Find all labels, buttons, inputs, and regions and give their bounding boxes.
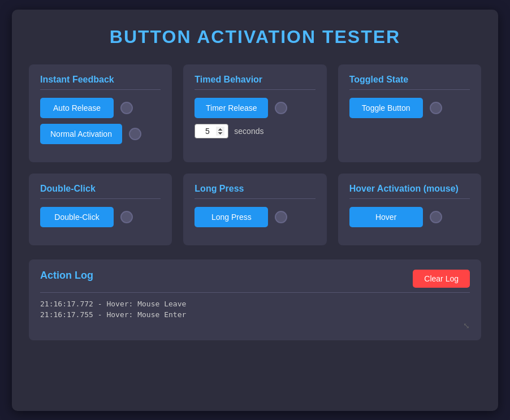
timer-release-indicator [275, 102, 287, 114]
app-title: BUTTON ACTIVATION TESTER [29, 27, 481, 47]
log-entries: 21:16:17.772 - Hover: Mouse Leave 21:16:… [40, 300, 470, 319]
btn-row-toggle: Toggle Button [349, 98, 470, 118]
clear-log-button[interactable]: Clear Log [413, 270, 470, 288]
timer-label: seconds [234, 127, 263, 136]
section-title-instant: Instant Feedback [40, 75, 161, 85]
long-press-indicator [275, 211, 287, 223]
log-title-wrapper: Action Log [40, 270, 93, 282]
btn-row-timer-release: Timer Release [195, 98, 315, 118]
btn-row-normal-activation: Normal Activation [40, 124, 161, 144]
section-divider [195, 198, 315, 199]
auto-release-indicator [120, 102, 133, 114]
log-entry-1: 21:16:17.772 - Hover: Mouse Leave [40, 300, 470, 308]
toggle-indicator [430, 102, 442, 114]
normal-activation-indicator [129, 128, 141, 140]
resize-icon: ⤡ [463, 321, 470, 330]
section-long-press: Long Press Long Press [183, 174, 326, 245]
log-divider [40, 292, 470, 293]
btn-row-long-press: Long Press [195, 207, 315, 227]
btn-row-hover: Hover [349, 207, 470, 227]
hover-button[interactable]: Hover [349, 207, 423, 227]
section-timed-behavior: Timed Behavior Timer Release seconds [183, 64, 326, 162]
section-hover-activation: Hover Activation (mouse) Hover [338, 174, 481, 245]
action-log-section: Action Log Clear Log 21:16:17.772 - Hove… [29, 259, 481, 340]
resize-handle: ⤡ [40, 321, 470, 330]
auto-release-button[interactable]: Auto Release [40, 98, 114, 118]
log-entry-2: 21:16:17.755 - Hover: Mouse Enter [40, 310, 470, 319]
section-divider [349, 198, 470, 199]
section-divider [40, 198, 161, 199]
timer-seconds-input[interactable] [195, 124, 228, 138]
section-double-click: Double-Click Double-Click [29, 174, 172, 245]
normal-activation-button[interactable]: Normal Activation [40, 124, 122, 144]
section-divider [195, 89, 315, 90]
section-title-double-click: Double-Click [40, 184, 161, 194]
section-title-timed: Timed Behavior [195, 75, 315, 85]
section-title-long-press: Long Press [195, 184, 315, 194]
section-title-toggled: Toggled State [349, 75, 470, 85]
timer-release-button[interactable]: Timer Release [195, 98, 268, 118]
log-header: Action Log Clear Log [40, 270, 470, 288]
double-click-button[interactable]: Double-Click [40, 207, 114, 227]
section-divider [349, 89, 470, 90]
section-title-hover: Hover Activation (mouse) [349, 184, 470, 194]
section-instant-feedback: Instant Feedback Auto Release Normal Act… [29, 64, 172, 162]
btn-row-double-click: Double-Click [40, 207, 161, 227]
timer-row: seconds [195, 124, 315, 138]
btn-row-auto-release: Auto Release [40, 98, 161, 118]
long-press-button[interactable]: Long Press [195, 207, 268, 227]
section-divider [40, 89, 161, 90]
toggle-button[interactable]: Toggle Button [349, 98, 423, 118]
sections-grid: Instant Feedback Auto Release Normal Act… [29, 64, 481, 245]
section-toggled-state: Toggled State Toggle Button [338, 64, 481, 162]
hover-indicator [430, 211, 442, 223]
app-container: BUTTON ACTIVATION TESTER Instant Feedbac… [12, 10, 498, 411]
double-click-indicator [120, 211, 133, 223]
log-title: Action Log [40, 270, 93, 282]
